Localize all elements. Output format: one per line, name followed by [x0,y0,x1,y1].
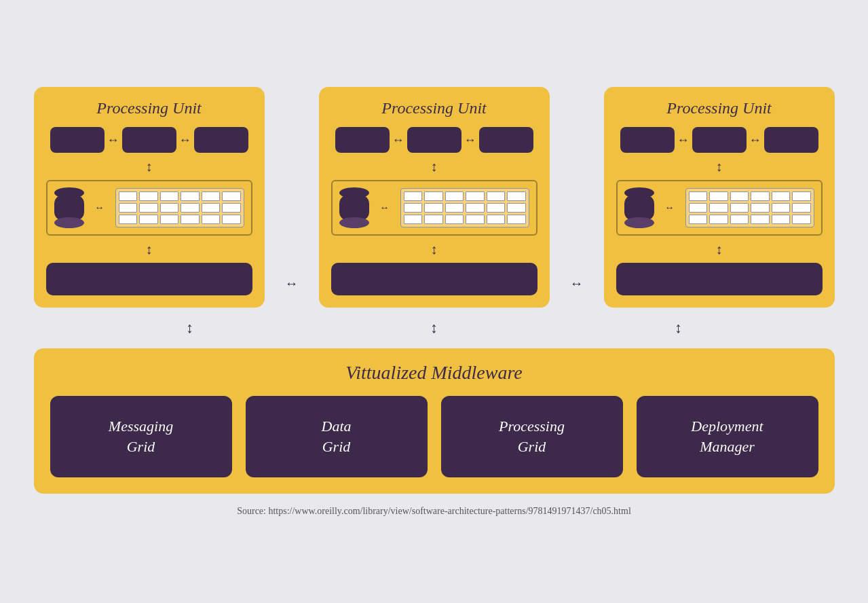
cell [160,215,179,224]
main-canvas: Processing Unit ↔ ↔ ↕ ↔ [34,87,835,494]
pu2-pu3-connector: ↔ [570,87,584,308]
data-grid-label: DataGrid [322,416,352,456]
pu2-arrow1: ↔ [390,134,407,146]
pu3-mw-connector: ↕ [675,308,682,348]
pu2-network-bar [331,263,537,295]
middleware-title: Vittualized Middleware [50,362,818,384]
cell [507,215,526,224]
pu2-inner-box: ↔ [331,180,537,236]
cell [507,191,526,201]
pu2-processor-bar: ↔ ↔ [331,127,537,153]
cell [445,191,464,201]
cell [202,191,221,201]
pu1-arrow2: ↔ [176,134,194,146]
cell [119,191,138,201]
pu3-processor-bar: ↔ ↔ [616,127,823,153]
pu3-network-bar [616,263,823,295]
cell [709,215,728,224]
pu1-chip2 [122,127,176,153]
cell [751,215,770,224]
cell [119,203,138,213]
cell [709,191,728,201]
cell [507,203,526,213]
cell [466,191,485,201]
pu3-db-icon [624,193,654,223]
pu2-down-arrow1: ↕ [331,160,537,173]
cell [487,203,506,213]
pu2-chip1 [335,127,390,153]
processing-grid-label: ProcessingGrid [499,416,565,456]
cell [466,203,485,213]
cell [139,203,158,213]
cell [445,203,464,213]
cell [160,203,179,213]
pu2-db-icon [339,193,369,223]
pu1-inner-box: ↔ [46,180,252,236]
processing-unit-2: Processing Unit ↔ ↔ ↕ ↔ [319,87,550,308]
processing-unit-1: Processing Unit ↔ ↔ ↕ ↔ [34,87,265,308]
cell [222,215,241,224]
cell [487,215,506,224]
cell [689,203,708,213]
cell [487,191,506,201]
cell [709,203,728,213]
pu3-chip3 [764,127,818,153]
pu1-mw-connector: ↕ [186,308,193,348]
pu1-arrow1: ↔ [105,134,122,146]
cell [202,203,221,213]
pu3-arrow1: ↔ [675,134,692,146]
cell [792,191,811,201]
cell [424,215,443,224]
cell [689,191,708,201]
pu2-inner-arrow: ↔ [379,202,391,213]
cell [160,191,179,201]
cell [730,215,749,224]
pu3-title: Processing Unit [666,99,771,117]
pu3-chip2 [692,127,747,153]
cell [466,215,485,224]
cell [181,191,200,201]
pu2-title: Processing Unit [381,99,486,117]
pu1-down-arrow1: ↕ [46,160,252,173]
cell [139,191,158,201]
pu1-inner-arrow: ↔ [94,202,106,213]
cell [181,215,200,224]
vertical-connectors: ↕ ↕ ↕ [34,308,835,348]
cell [772,215,791,224]
processing-grid-box: ProcessingGrid [441,396,623,477]
processing-unit-3: Processing Unit ↔ ↔ ↕ ↔ [604,87,835,308]
deployment-manager-box: DeploymentManager [637,396,818,477]
pu1-title: Processing Unit [96,99,201,117]
cell [119,215,138,224]
cell [404,203,423,213]
cell [222,191,241,201]
pu3-chip1 [620,127,675,153]
cell [424,203,443,213]
pu2-grid-table [400,188,529,227]
processing-unit-row: Processing Unit ↔ ↔ ↕ ↔ [34,87,835,308]
middleware-boxes: MessagingGrid DataGrid ProcessingGrid De… [50,396,818,477]
pu2-chip2 [407,127,461,153]
cell [424,191,443,201]
cell [202,215,221,224]
middleware-container: Vittualized Middleware MessagingGrid Dat… [34,348,835,494]
cell [404,215,423,224]
cell [730,191,749,201]
pu1-grid-table [115,188,244,227]
cell [139,215,158,224]
pu1-db-icon [54,193,84,223]
cell [404,191,423,201]
deployment-manager-label: DeploymentManager [691,416,763,456]
cell [792,203,811,213]
cell [751,203,770,213]
pu1-chip3 [194,127,248,153]
pu3-inner-arrow: ↔ [664,202,676,213]
pu2-mw-connector: ↕ [430,308,438,348]
pu1-down-arrow2: ↕ [46,242,252,256]
cell [445,215,464,224]
pu2-down-arrow2: ↕ [331,242,537,256]
source-citation: Source: https://www.oreilly.com/library/… [237,506,631,517]
cell [772,203,791,213]
pu1-pu2-connector: ↔ [285,87,299,308]
pu3-inner-box: ↔ [616,180,823,236]
